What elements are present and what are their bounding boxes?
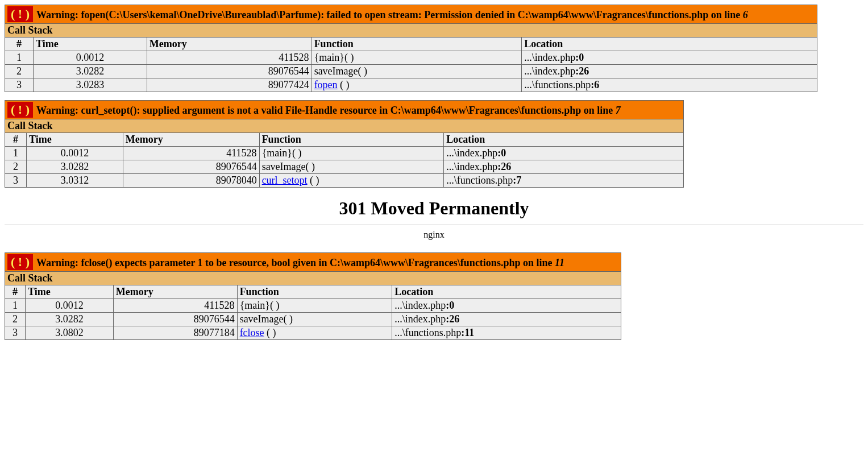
stack-function: curl_setopt ( ) bbox=[259, 174, 444, 188]
error-message: Warning: fopen(C:\Users\kemal\OneDrive\B… bbox=[36, 9, 743, 20]
stack-time: 3.0312 bbox=[26, 174, 123, 188]
error-header: ( ! )Warning: curl_setopt(): supplied ar… bbox=[5, 101, 684, 119]
warning-icon: ( ! ) bbox=[7, 254, 33, 270]
stack-row: 23.028289076544saveImage( )...\index.php… bbox=[5, 313, 621, 326]
stack-location: ...\index.php:26 bbox=[522, 65, 817, 78]
call-stack-label: Call Stack bbox=[5, 24, 817, 38]
error-header: ( ! )Warning: fclose() expects parameter… bbox=[5, 253, 621, 272]
warning-icon: ( ! ) bbox=[7, 102, 33, 118]
stack-time: 3.0282 bbox=[25, 313, 113, 326]
col-header-func: Function bbox=[312, 38, 522, 51]
error-message: Warning: curl_setopt(): supplied argumen… bbox=[36, 105, 616, 116]
stack-function: fclose ( ) bbox=[237, 326, 392, 340]
stack-function: saveImage( ) bbox=[259, 160, 444, 174]
stack-location: ...\functions.php:6 bbox=[522, 78, 817, 92]
stack-function: saveImage( ) bbox=[237, 313, 392, 326]
stack-row: 10.0012411528{main}( )...\index.php:0 bbox=[5, 147, 684, 160]
stack-row: 33.080289077184fclose ( )...\functions.p… bbox=[5, 326, 621, 340]
col-header-time: Time bbox=[33, 38, 147, 51]
stack-row: 10.0012411528{main}( )...\index.php:0 bbox=[5, 299, 621, 313]
function-doc-link[interactable]: fclose bbox=[240, 327, 264, 338]
stack-memory: 411528 bbox=[123, 147, 259, 160]
stack-location: ...\index.php:0 bbox=[444, 147, 684, 160]
col-header-time: Time bbox=[25, 285, 113, 299]
call-stack-label: Call Stack bbox=[5, 272, 621, 285]
col-header-func: Function bbox=[237, 285, 392, 299]
stack-location: ...\functions.php:11 bbox=[392, 326, 621, 340]
stack-row: 23.028289076544saveImage( )...\index.php… bbox=[5, 65, 817, 78]
xdebug-error-table: ( ! )Warning: fopen(C:\Users\kemal\OneDr… bbox=[5, 5, 817, 92]
stack-row: 10.0012411528{main}( )...\index.php:0 bbox=[5, 51, 817, 65]
stack-row: 33.028389077424fopen ( )...\functions.ph… bbox=[5, 78, 817, 92]
col-header-num: # bbox=[5, 38, 34, 51]
stack-memory: 89078040 bbox=[123, 174, 259, 188]
stack-index: 1 bbox=[5, 51, 34, 65]
server-name: nginx bbox=[5, 230, 863, 240]
stack-index: 2 bbox=[5, 65, 34, 78]
warning-icon: ( ! ) bbox=[7, 6, 33, 22]
stack-index: 3 bbox=[5, 326, 26, 340]
col-header-loc: Location bbox=[444, 133, 684, 147]
stack-function: {main}( ) bbox=[259, 147, 444, 160]
stack-location: ...\index.php:26 bbox=[392, 313, 621, 326]
stack-memory: 89077424 bbox=[147, 78, 312, 92]
stack-location: ...\index.php:0 bbox=[392, 299, 621, 313]
stack-index: 1 bbox=[5, 147, 27, 160]
stack-time: 0.0012 bbox=[25, 299, 113, 313]
stack-function: {main}( ) bbox=[237, 299, 392, 313]
stack-function: saveImage( ) bbox=[312, 65, 522, 78]
stack-time: 0.0012 bbox=[33, 51, 147, 65]
function-doc-link[interactable]: fopen bbox=[314, 79, 338, 90]
stack-location: ...\index.php:0 bbox=[522, 51, 817, 65]
stack-memory: 89076544 bbox=[147, 65, 312, 78]
stack-location: ...\functions.php:7 bbox=[444, 174, 684, 188]
call-stack-label: Call Stack bbox=[5, 119, 684, 133]
col-header-mem: Memory bbox=[123, 133, 259, 147]
error-line-number: 7 bbox=[616, 105, 621, 116]
stack-memory: 89076544 bbox=[113, 313, 237, 326]
col-header-loc: Location bbox=[392, 285, 621, 299]
error-message: Warning: fclose() expects parameter 1 to… bbox=[36, 257, 555, 268]
stack-index: 1 bbox=[5, 299, 26, 313]
error-line-number: 6 bbox=[743, 9, 748, 20]
col-header-time: Time bbox=[26, 133, 123, 147]
stack-time: 3.0802 bbox=[25, 326, 113, 340]
col-header-mem: Memory bbox=[147, 38, 312, 51]
stack-index: 2 bbox=[5, 313, 26, 326]
http-status-title: 301 Moved Permanently bbox=[5, 198, 863, 219]
stack-memory: 89076544 bbox=[123, 160, 259, 174]
stack-row: 33.031289078040curl_setopt ( )...\functi… bbox=[5, 174, 684, 188]
xdebug-error-table: ( ! )Warning: curl_setopt(): supplied ar… bbox=[5, 100, 684, 188]
stack-memory: 411528 bbox=[113, 299, 237, 313]
stack-time: 0.0012 bbox=[26, 147, 123, 160]
function-doc-link[interactable]: curl_setopt bbox=[262, 175, 308, 186]
col-header-loc: Location bbox=[522, 38, 817, 51]
stack-index: 2 bbox=[5, 160, 27, 174]
stack-time: 3.0283 bbox=[33, 78, 147, 92]
xdebug-error-table: ( ! )Warning: fclose() expects parameter… bbox=[5, 252, 621, 340]
stack-time: 3.0282 bbox=[26, 160, 123, 174]
stack-memory: 89077184 bbox=[113, 326, 237, 340]
error-line-number: 11 bbox=[555, 257, 564, 268]
col-header-mem: Memory bbox=[113, 285, 237, 299]
col-header-func: Function bbox=[259, 133, 444, 147]
col-header-num: # bbox=[5, 133, 27, 147]
stack-index: 3 bbox=[5, 78, 34, 92]
stack-index: 3 bbox=[5, 174, 27, 188]
stack-memory: 411528 bbox=[147, 51, 312, 65]
stack-location: ...\index.php:26 bbox=[444, 160, 684, 174]
error-header: ( ! )Warning: fopen(C:\Users\kemal\OneDr… bbox=[5, 5, 817, 24]
stack-row: 23.028289076544saveImage( )...\index.php… bbox=[5, 160, 684, 174]
stack-function: {main}( ) bbox=[312, 51, 522, 65]
col-header-num: # bbox=[5, 285, 26, 299]
stack-function: fopen ( ) bbox=[312, 78, 522, 92]
stack-time: 3.0282 bbox=[33, 65, 147, 78]
